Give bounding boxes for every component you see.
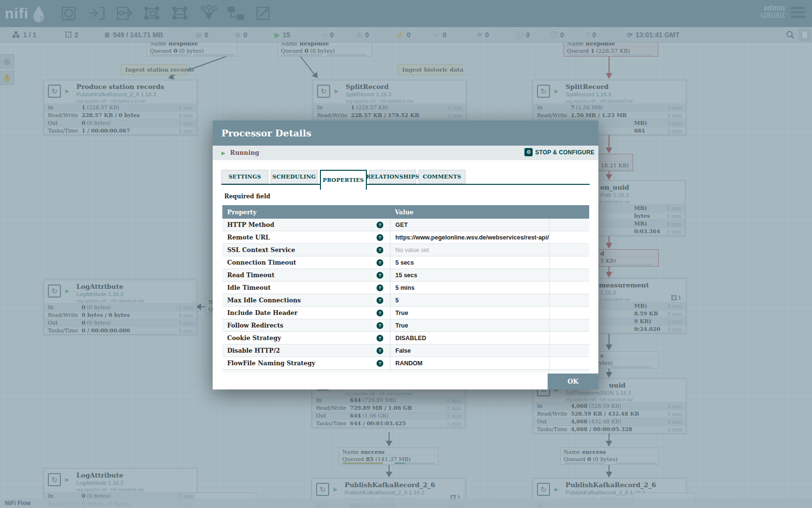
properties-table: Property Value HTTP Method? GET Remote U… <box>222 205 589 373</box>
property-name: Include Date Header <box>222 309 377 316</box>
gear-icon: ⚙ <box>524 148 533 156</box>
tab-settings[interactable]: SETTINGS <box>221 170 268 184</box>
property-value: True <box>395 310 408 316</box>
column-value: Value <box>390 209 589 216</box>
help-icon[interactable]: ? <box>377 297 383 304</box>
empty-cell <box>549 319 589 331</box>
help-icon[interactable]: ? <box>377 259 383 266</box>
property-row: Disable HTTP/2? False <box>222 344 589 357</box>
property-name: FlowFile Naming Strategy <box>222 359 377 367</box>
property-name: Disable HTTP/2 <box>222 347 377 354</box>
property-value: No value set <box>395 373 429 373</box>
property-value: https://www.pegelonline.wsv.de/webservic… <box>395 234 549 241</box>
help-icon[interactable]: ? <box>377 360 383 367</box>
property-row: Include Date Header? True <box>222 307 589 319</box>
property-row: Idle Timeout? 5 mins <box>222 282 589 294</box>
property-value: DISABLED <box>395 335 426 342</box>
property-row: Connection Timeout? 5 secs <box>222 256 589 269</box>
empty-cell <box>549 332 589 344</box>
property-value: RANDOM <box>395 360 422 367</box>
stop-and-configure-button[interactable]: ⚙ STOP & CONFIGURE <box>524 148 594 156</box>
property-row: Follow Redirects? True <box>222 319 589 332</box>
run-state-label: Running <box>230 149 259 156</box>
property-name: Cookie Strategy <box>222 334 377 342</box>
property-value: No value set <box>395 247 429 254</box>
help-icon[interactable]: ? <box>377 347 383 354</box>
property-row: Attributes to Send? No value set <box>222 370 589 373</box>
property-row: Remote URL? https://www.pegelonline.wsv.… <box>222 231 589 244</box>
help-icon[interactable]: ? <box>377 284 383 291</box>
property-row: Max Idle Connections? 5 <box>222 294 589 307</box>
property-name: Attributes to Send <box>222 372 377 373</box>
property-row: HTTP Method? GET <box>222 219 589 231</box>
property-row: Read Timeout? 15 secs <box>222 269 589 282</box>
help-icon[interactable]: ? <box>377 310 383 316</box>
property-row: SSL Context Service? No value set <box>222 244 589 256</box>
tab-scheduling[interactable]: SCHEDULING <box>271 170 318 184</box>
property-name: Remote URL <box>222 234 377 241</box>
empty-cell <box>549 294 589 306</box>
processor-details-dialog: Processor Details ▶ Running ⚙ STOP & CON… <box>213 120 598 389</box>
help-icon[interactable]: ? <box>377 335 383 342</box>
help-icon[interactable]: ? <box>377 322 383 329</box>
empty-cell <box>549 307 589 319</box>
ok-button[interactable]: OK <box>548 374 598 389</box>
empty-cell <box>549 256 589 269</box>
help-icon[interactable]: ? <box>377 234 383 241</box>
property-name: Read Timeout <box>222 271 377 279</box>
help-icon[interactable]: ? <box>377 373 383 373</box>
property-value: 15 secs <box>395 272 417 279</box>
column-property: Property <box>222 209 390 216</box>
dialog-title: Processor Details <box>221 128 311 138</box>
tab-properties[interactable]: PROPERTIES <box>320 170 367 190</box>
tab-comments[interactable]: COMMENTS <box>419 170 465 184</box>
help-icon[interactable]: ? <box>377 272 383 279</box>
empty-cell <box>549 269 589 281</box>
tab-relationships[interactable]: RELATIONSHIPS <box>369 170 416 184</box>
property-name: Idle Timeout <box>222 284 377 291</box>
property-row: Cookie Strategy? DISABLED <box>222 332 589 344</box>
empty-cell <box>549 370 589 373</box>
property-value: 5 <box>395 297 399 304</box>
empty-cell <box>549 282 589 294</box>
tab-underline <box>221 184 590 185</box>
property-value: True <box>395 322 408 329</box>
help-icon[interactable]: ? <box>377 247 383 254</box>
empty-cell <box>549 244 589 256</box>
property-value: GET <box>395 222 408 228</box>
property-name: SSL Context Service <box>222 246 377 254</box>
dialog-header: Processor Details <box>213 120 598 146</box>
property-name: Connection Timeout <box>222 259 377 266</box>
property-value: False <box>395 347 411 354</box>
empty-cell <box>549 231 589 243</box>
property-row: FlowFile Naming Strategy? RANDOM <box>222 357 589 370</box>
property-name: HTTP Method <box>222 221 377 228</box>
properties-table-header: Property Value <box>222 205 589 219</box>
empty-cell <box>549 219 589 231</box>
dialog-status-bar: ▶ Running ⚙ STOP & CONFIGURE <box>213 146 598 160</box>
property-value: 5 secs <box>395 259 414 266</box>
property-name: Follow Redirects <box>222 322 377 329</box>
required-field-note: Required field <box>224 193 270 200</box>
help-icon[interactable]: ? <box>377 222 383 228</box>
property-value: 5 mins <box>395 284 415 291</box>
property-name: Max Idle Connections <box>222 297 377 304</box>
empty-cell <box>549 357 589 369</box>
empty-cell <box>549 344 589 357</box>
running-status-icon: ▶ <box>221 150 225 156</box>
